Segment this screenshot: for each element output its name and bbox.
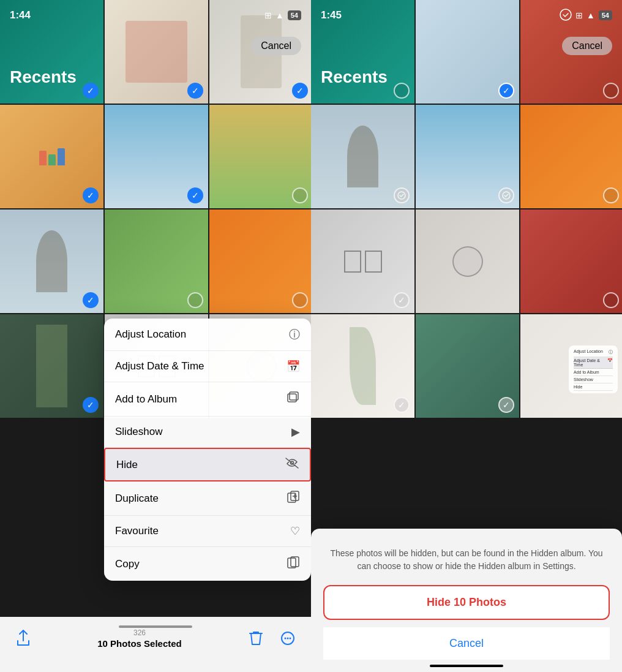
right-time: 1:45 <box>321 9 342 21</box>
hide-icon <box>285 458 299 472</box>
r-grid-cell-11[interactable]: ✓ <box>416 314 519 418</box>
copy-icon <box>287 556 300 572</box>
duplicate-icon <box>287 490 300 507</box>
check-2[interactable]: ✓ <box>187 83 203 99</box>
add-album-icon <box>287 391 300 407</box>
check-10[interactable]: ✓ <box>83 397 99 413</box>
check-5[interactable]: ✓ <box>187 187 203 203</box>
slideshow-icon: ▶ <box>291 425 300 439</box>
left-time: 1:44 <box>10 9 31 21</box>
menu-item-adjust-location[interactable]: Adjust Location ⓘ <box>104 319 311 351</box>
right-battery: 54 <box>599 10 612 20</box>
menu-item-copy[interactable]: Copy <box>104 547 311 581</box>
left-phone-panel: ✓ ✓ ✓ ✓ ✓ <box>0 0 311 672</box>
menu-item-adjust-date[interactable]: Adjust Date & Time 📅 <box>104 351 311 382</box>
menu-item-duplicate[interactable]: Duplicate <box>104 481 311 516</box>
svg-point-10 <box>285 638 287 640</box>
alert-cancel-button[interactable]: Cancel <box>323 627 610 660</box>
adjust-location-label: Adjust Location <box>115 328 186 341</box>
svg-rect-0 <box>288 394 296 402</box>
check-8[interactable] <box>187 292 203 308</box>
mini-item-4: Slideshow <box>574 376 613 383</box>
grid-icon: ⊞ <box>264 10 272 20</box>
r-wifi-icon: ▲ <box>586 10 595 20</box>
delete-button[interactable] <box>245 627 267 649</box>
r-clock-icon <box>452 246 483 277</box>
grid-cell-4[interactable]: ✓ <box>0 105 103 208</box>
menu-item-slideshow[interactable]: Slideshow ▶ <box>104 417 311 448</box>
svg-point-11 <box>287 638 289 640</box>
left-status-bar: 1:44 ⊞ ▲ 54 <box>0 0 311 31</box>
adjust-date-icon: 📅 <box>287 360 300 373</box>
r-check-7[interactable]: ✓ <box>394 292 410 308</box>
share-button[interactable] <box>12 627 34 649</box>
selected-info: 326 10 Photos Selected <box>97 629 182 649</box>
left-status-icons: ⊞ ▲ 54 <box>264 10 301 20</box>
svg-rect-1 <box>290 392 298 400</box>
grid-cell-5[interactable]: ✓ <box>105 105 208 208</box>
r-check-11[interactable]: ✓ <box>498 397 514 413</box>
hide-photos-button[interactable]: Hide 10 Photos <box>323 585 610 620</box>
r-grid-cell-5[interactable] <box>416 105 519 208</box>
mini-item-5: Hide <box>574 383 613 391</box>
left-recents-title: Recents <box>10 67 77 87</box>
r-check-5[interactable] <box>498 187 514 203</box>
r-grid-cell-10[interactable]: ✓ <box>311 314 414 418</box>
adjust-location-icon: ⓘ <box>289 327 300 342</box>
menu-item-favourite[interactable]: Favourite ♡ <box>104 516 311 547</box>
r-grid-cell-6[interactable] <box>520 105 622 208</box>
more-button[interactable] <box>277 627 299 649</box>
check-3[interactable]: ✓ <box>292 83 308 99</box>
alert-dialog: These photos will be hidden, but can be … <box>311 529 622 672</box>
mini-item-2: Adjust Date & Time📅 <box>574 357 613 369</box>
check-6[interactable] <box>292 187 308 203</box>
r-check-6[interactable] <box>603 187 619 203</box>
left-cancel-button[interactable]: Cancel <box>251 37 301 55</box>
menu-item-hide[interactable]: Hide <box>104 448 311 481</box>
right-status-bar: 1:45 ⊞ ▲ 54 <box>311 0 622 31</box>
r-check-4[interactable] <box>394 187 410 203</box>
check-1[interactable]: ✓ <box>83 83 99 99</box>
grid-cell-8[interactable] <box>105 210 208 313</box>
alert-message: These photos will be hidden, but can be … <box>323 541 610 585</box>
r-grid-cell-7[interactable]: ✓ <box>311 210 414 313</box>
right-cancel-button[interactable]: Cancel <box>562 37 612 55</box>
mini-context-menu: Adjust Locationⓘ Adjust Date & Time📅 Add… <box>569 345 618 393</box>
slideshow-label: Slideshow <box>115 426 163 438</box>
check-9[interactable] <box>292 292 308 308</box>
r-grid-cell-9[interactable] <box>520 210 622 313</box>
left-battery: 54 <box>288 10 301 20</box>
favourite-label: Favourite <box>115 525 159 537</box>
r-grid-icon: ⊞ <box>575 10 583 20</box>
r-grid-cell-4[interactable] <box>311 105 414 208</box>
right-status-icons: ⊞ ▲ 54 <box>560 9 612 23</box>
menu-item-add-album[interactable]: Add to Album <box>104 382 311 417</box>
r-deco-8 <box>416 210 519 313</box>
grid-cell-9[interactable] <box>209 210 311 313</box>
svg-point-15 <box>560 9 571 20</box>
photo-count-prefix: 326 <box>133 629 146 637</box>
r-check-9[interactable] <box>603 292 619 308</box>
mini-item-3: Add to Album <box>574 369 613 376</box>
grid-cell-10[interactable]: ✓ <box>0 314 103 418</box>
right-home-indicator <box>430 665 503 667</box>
wifi-icon: ▲ <box>275 10 284 20</box>
check-7[interactable]: ✓ <box>83 292 99 308</box>
r-check-done-icon <box>560 9 572 23</box>
grid-cell-7[interactable]: ✓ <box>0 210 103 313</box>
r-grid-cell-8[interactable] <box>416 210 519 313</box>
r-check-1[interactable] <box>394 83 410 99</box>
favourite-icon: ♡ <box>290 524 300 538</box>
grid-cell-6[interactable] <box>209 105 311 208</box>
svg-point-12 <box>290 638 291 640</box>
r-check-10[interactable]: ✓ <box>394 397 410 413</box>
mini-item-1: Adjust Locationⓘ <box>574 348 613 357</box>
r-grid-cell-12[interactable]: Adjust Locationⓘ Adjust Date & Time📅 Add… <box>520 314 622 418</box>
add-album-label: Add to Album <box>115 393 177 406</box>
copy-label: Copy <box>115 558 140 570</box>
adjust-date-label: Adjust Date & Time <box>115 360 204 372</box>
check-4[interactable]: ✓ <box>83 187 99 203</box>
selected-count-label: 10 Photos Selected <box>97 638 182 649</box>
r-check-2[interactable]: ✓ <box>498 83 514 99</box>
r-check-3[interactable] <box>603 83 619 99</box>
